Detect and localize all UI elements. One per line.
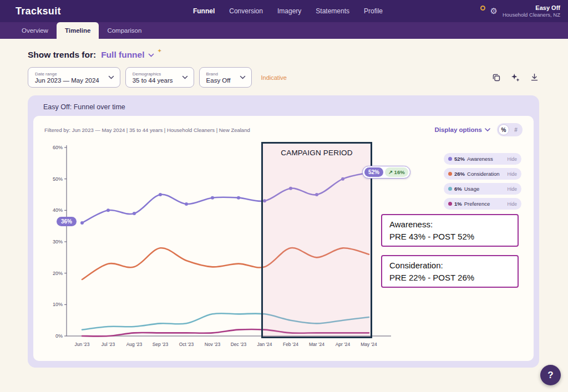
nav-item-profile[interactable]: Profile [364, 7, 383, 15]
hide-consideration-button[interactable]: Hide [508, 171, 517, 177]
hide-awareness-button[interactable]: Hide [508, 156, 517, 162]
y-tick-label: 60% [53, 145, 63, 150]
y-tick-label: 10% [53, 302, 63, 307]
download-icon[interactable] [530, 73, 539, 82]
header-right: ⚙ Easy Off Household Cleaners, NZ [422, 4, 560, 19]
y-tick-label: 20% [53, 271, 63, 276]
data-point [237, 196, 240, 200]
main-nav: Funnel Conversion Imagery Statements Pro… [154, 7, 422, 15]
unit-toggle-percent[interactable]: % [498, 124, 509, 135]
x-tick-label: Apr '24 [336, 342, 351, 347]
display-options-dropdown[interactable]: Display options [434, 126, 490, 133]
series-line-consideration [82, 248, 369, 279]
hide-preference-button[interactable]: Hide [508, 201, 517, 207]
chevron-down-icon [485, 128, 490, 131]
funnel-scope-dropdown[interactable]: Full funnel [101, 50, 154, 60]
usage-dot-icon [448, 187, 452, 191]
data-point [106, 208, 110, 212]
brand-value: Easy Off [206, 77, 231, 84]
indicative-badge: Indicative [261, 74, 287, 81]
insights-sparkles-icon[interactable] [510, 73, 520, 83]
trends-row: Show trends for: Full funnel ✦ [28, 50, 539, 60]
unit-toggle-count[interactable]: # [510, 124, 521, 135]
y-tick-label: 50% [53, 176, 63, 182]
tab-overview[interactable]: Overview [13, 22, 57, 39]
account-brand: Easy Off [503, 4, 560, 12]
chart-panel: Filtered by: Jun 2023 — May 2024 | 35 to… [33, 116, 534, 361]
display-options-label: Display options [434, 126, 482, 133]
data-point [263, 199, 266, 202]
date-range-dropdown[interactable]: Date range Jun 2023 — May 2024 [28, 67, 120, 88]
nav-item-statements[interactable]: Statements [316, 7, 349, 15]
unit-toggle: % # [497, 123, 523, 136]
data-point [159, 193, 162, 196]
help-button[interactable]: ? [540, 365, 561, 385]
data-point [133, 212, 136, 215]
main-content: Show trends for: Full funnel ✦ Date rang… [0, 39, 568, 368]
data-point [315, 193, 318, 196]
legend-item-awareness: 52% Awareness Hide [444, 153, 521, 165]
nav-item-imagery[interactable]: Imagery [277, 7, 301, 15]
x-tick-label: Aug '23 [126, 342, 143, 347]
preference-dot-icon [448, 202, 452, 206]
consideration-dot-icon [448, 172, 452, 176]
show-trends-label: Show trends for: [28, 50, 96, 60]
data-point [289, 187, 292, 190]
tab-timeline[interactable]: Timeline [57, 22, 99, 39]
demographics-label: Demographics [133, 72, 173, 77]
chart-actions [491, 73, 539, 83]
series-line-usage [82, 313, 369, 330]
filters-row: Date range Jun 2023 — May 2024 Demograph… [28, 67, 539, 88]
x-tick-label: Jan '24 [257, 342, 272, 347]
card-title: Easy Off: Funnel over time [43, 103, 534, 111]
legend-name: Preference [464, 201, 490, 207]
series-line-preference [82, 329, 369, 336]
tab-comparison[interactable]: Comparison [99, 22, 150, 39]
top-nav: Tracksuit Funnel Conversion Imagery Stat… [0, 0, 568, 22]
awareness-delta-badge: ↗ 16% [385, 167, 408, 177]
copy-icon[interactable] [491, 73, 501, 82]
brand-dropdown[interactable]: Brand Easy Off [199, 67, 252, 88]
gear-icon[interactable]: ⚙ [490, 7, 498, 15]
legend-name: Consideration [467, 171, 500, 177]
annotation-title: Awareness: [389, 220, 510, 229]
demographics-dropdown[interactable]: Demographics 35 to 44 years [125, 67, 194, 88]
annotation-text: PRE 43% - POST 52% [389, 232, 510, 241]
legend-item-consideration: 26% Consideration Hide [444, 168, 521, 180]
nav-item-conversion[interactable]: Conversion [229, 7, 263, 15]
new-feature-sparkle-icon: ✦ [158, 48, 162, 54]
data-point [80, 221, 84, 225]
chevron-down-icon [108, 75, 114, 79]
data-point [211, 196, 214, 200]
brand-label: Brand [206, 72, 231, 77]
y-tick-label: 0% [55, 333, 63, 339]
x-tick-label: Jul '23 [102, 342, 115, 347]
demographics-value: 35 to 44 years [133, 77, 173, 84]
x-tick-label: Nov '23 [205, 342, 221, 347]
funnel-scope-value: Full funnel [101, 50, 144, 60]
app-window: Tracksuit Funnel Conversion Imagery Stat… [0, 0, 568, 392]
nav-item-funnel[interactable]: Funnel [193, 7, 215, 15]
filtered-by-text: Filtered by: Jun 2023 — May 2024 | 35 to… [44, 127, 250, 133]
awareness-start-value-pill: 36% [57, 217, 77, 226]
y-tick-label: 30% [53, 239, 63, 245]
awareness-end-value: 52% [364, 167, 383, 177]
data-point [341, 177, 344, 181]
account-switcher[interactable]: Easy Off Household Cleaners, NZ [503, 4, 560, 19]
y-tick-label: 40% [53, 207, 63, 213]
annotation-text: PRE 22% - POST 26% [389, 273, 510, 282]
chart-legend: 52% Awareness Hide 26% Consideration Hid… [444, 153, 521, 210]
chevron-down-icon [240, 75, 246, 79]
date-range-label: Date range [35, 72, 99, 77]
legend-value: 26% [454, 171, 465, 177]
legend-value: 52% [454, 156, 465, 162]
notification-dot-icon [480, 6, 485, 11]
legend-value: 6% [454, 186, 462, 192]
x-tick-label: Jun '23 [74, 342, 89, 347]
section-tabs: Overview Timeline Comparison [0, 22, 568, 39]
x-tick-label: Mar '24 [309, 342, 324, 347]
chevron-down-icon [148, 53, 154, 57]
hide-usage-button[interactable]: Hide [508, 186, 517, 192]
legend-value: 1% [454, 201, 462, 207]
x-tick-label: Feb '24 [283, 342, 298, 347]
